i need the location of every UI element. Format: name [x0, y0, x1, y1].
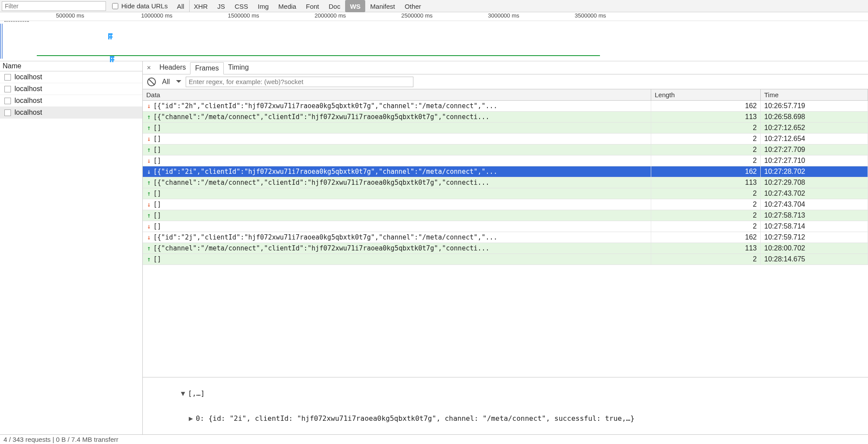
frame-row[interactable]: ↑[{"channel":"/meta/connect","clientId":… [143, 177, 868, 188]
filter-input[interactable] [2, 1, 106, 11]
request-checkbox[interactable] [4, 98, 11, 104]
close-icon[interactable]: × [143, 64, 155, 72]
frame-time: 10:26:57.719 [761, 101, 868, 111]
resource-tab-media[interactable]: Media [274, 0, 301, 12]
resource-tab-other[interactable]: Other [400, 0, 426, 12]
disclosure-triangle-closed-icon[interactable]: ▶ [189, 414, 194, 423]
frame-length: 113 [651, 112, 761, 122]
frame-preview[interactable]: ▼[,…] ▶0: {id: "2i", clientId: "hjf072xw… [143, 377, 868, 434]
resource-tab-ws[interactable]: WS [345, 0, 365, 12]
request-checkbox[interactable] [4, 86, 11, 92]
frame-time: 10:27:43.704 [761, 199, 868, 210]
arrow-down-icon: ↓ [146, 222, 152, 230]
resource-tab-manifest[interactable]: Manifest [365, 0, 400, 12]
frame-length: 2 [651, 123, 761, 133]
ws-cluster-icon [108, 33, 113, 39]
frames-table: Data Length Time ↓[{"id":"2h","clientId"… [143, 89, 868, 377]
ruler-tick: 3000000 ms [488, 12, 519, 19]
resource-tab-img[interactable]: Img [253, 0, 274, 12]
frame-row[interactable]: ↑[]210:27:58.713 [143, 210, 868, 221]
frame-data: [] [153, 157, 161, 165]
arrow-up-icon: ↑ [146, 244, 152, 252]
request-checkbox[interactable] [4, 74, 11, 81]
frame-row[interactable]: ↑[]210:28:14.675 [143, 254, 868, 265]
frame-length: 2 [651, 188, 761, 199]
ruler-tick: 1500000 ms [228, 12, 259, 19]
frame-time: 10:28:00.702 [761, 243, 868, 254]
ruler-tick: 500000 ms [56, 12, 84, 19]
frame-row[interactable]: ↑[{"channel":"/meta/connect","clientId":… [143, 112, 868, 123]
chevron-down-icon[interactable] [176, 80, 181, 85]
request-row[interactable]: localhost [0, 107, 142, 119]
frame-data: [] [153, 201, 161, 208]
ruler-tick: 2000000 ms [314, 12, 346, 19]
frame-row[interactable]: ↑[{"channel":"/meta/connect","clientId":… [143, 243, 868, 254]
frame-row[interactable]: ↓[{"id":"2i","clientId":"hjf072xwu71i7ra… [143, 166, 868, 177]
main-split: Name localhostlocalhostlocalhostlocalhos… [0, 61, 868, 434]
col-header-time[interactable]: Time [761, 89, 868, 100]
details-tab-frames[interactable]: Frames [190, 62, 223, 74]
frame-row[interactable]: ↓[]210:27:12.654 [143, 134, 868, 144]
request-row[interactable]: localhost [0, 83, 142, 95]
frame-time: 10:28:14.675 [761, 254, 868, 264]
frame-data: [] [153, 211, 161, 219]
frame-row[interactable]: ↑[]210:27:12.652 [143, 123, 868, 134]
request-row[interactable]: localhost [0, 95, 142, 107]
request-row[interactable]: localhost [0, 71, 142, 83]
arrow-down-icon: ↓ [146, 201, 152, 208]
resource-tab-doc[interactable]: Doc [324, 0, 345, 12]
preview-root: [,…] [188, 389, 205, 398]
ws-cluster-icon [110, 56, 114, 62]
frame-length: 2 [651, 221, 761, 232]
frame-row[interactable]: ↓[]210:27:27.710 [143, 155, 868, 166]
timeline-ruler: 500000 ms1000000 ms1500000 ms2000000 ms2… [0, 12, 868, 21]
arrow-up-icon: ↑ [146, 124, 152, 132]
details-tab-timing[interactable]: Timing [224, 62, 253, 74]
details-tabs: × HeadersFramesTiming [143, 61, 868, 74]
resource-tab-all[interactable]: All [172, 0, 189, 12]
frame-data: [{"channel":"/meta/connect","clientId":"… [153, 179, 490, 187]
hide-data-urls-box[interactable] [112, 3, 118, 9]
details-tab-headers[interactable]: Headers [155, 62, 190, 74]
disclosure-triangle-open-icon[interactable]: ▼ [181, 389, 186, 398]
arrow-up-icon: ↑ [146, 179, 152, 187]
frame-row[interactable]: ↓[{"id":"2j","clientId":"hjf072xwu71i7ra… [143, 232, 868, 243]
frames-regex-input[interactable] [186, 77, 413, 87]
frame-data: [] [153, 124, 161, 132]
frame-data: [{"id":"2j","clientId":"hjf072xwu71i7rao… [153, 233, 498, 241]
details-pane: × HeadersFramesTiming All Data Length Ti… [143, 61, 868, 434]
resource-tab-css[interactable]: CSS [230, 0, 253, 12]
resource-tab-font[interactable]: Font [301, 0, 324, 12]
frame-time: 10:27:29.708 [761, 177, 868, 188]
col-header-length[interactable]: Length [651, 89, 761, 100]
hide-data-urls-checkbox[interactable]: Hide data URLs [110, 2, 168, 11]
request-checkbox[interactable] [4, 109, 11, 116]
arrow-down-icon: ↓ [146, 135, 152, 143]
arrow-down-icon: ↓ [146, 233, 152, 241]
frame-row[interactable]: ↓[]210:27:58.714 [143, 221, 868, 232]
frame-length: 162 [651, 101, 761, 111]
clear-icon[interactable] [147, 78, 156, 86]
frame-data: [] [153, 190, 161, 197]
resource-tab-xhr[interactable]: XHR [189, 0, 213, 12]
request-label: localhost [14, 73, 42, 81]
frame-time: 10:27:12.654 [761, 134, 868, 144]
frame-length: 2 [651, 199, 761, 210]
frames-filter-all[interactable]: All [160, 78, 172, 86]
frame-length: 162 [651, 166, 761, 177]
frame-data: [{"id":"2h","clientId":"hjf072xwu71i7rao… [153, 102, 498, 110]
resource-tab-js[interactable]: JS [212, 0, 230, 12]
status-bar: 4 / 343 requests | 0 B / 7.4 MB transfer… [0, 434, 868, 444]
frame-row[interactable]: ↑[]210:27:27.709 [143, 144, 868, 155]
frame-length: 113 [651, 243, 761, 254]
col-header-data[interactable]: Data [143, 89, 651, 100]
frame-row[interactable]: ↓[]210:27:43.704 [143, 199, 868, 210]
arrow-down-icon: ↓ [146, 157, 152, 165]
timeline-overview[interactable]: 500000 ms1000000 ms1500000 ms2000000 ms2… [0, 12, 868, 61]
frame-row[interactable]: ↓[{"id":"2h","clientId":"hjf072xwu71i7ra… [143, 101, 868, 112]
frame-row[interactable]: ↑[]210:27:43.702 [143, 188, 868, 199]
frame-time: 10:27:12.652 [761, 123, 868, 133]
frame-time: 10:27:28.702 [761, 166, 868, 177]
ruler-tick: 3500000 ms [575, 12, 606, 19]
requests-list: localhostlocalhostlocalhostlocalhost [0, 71, 142, 434]
